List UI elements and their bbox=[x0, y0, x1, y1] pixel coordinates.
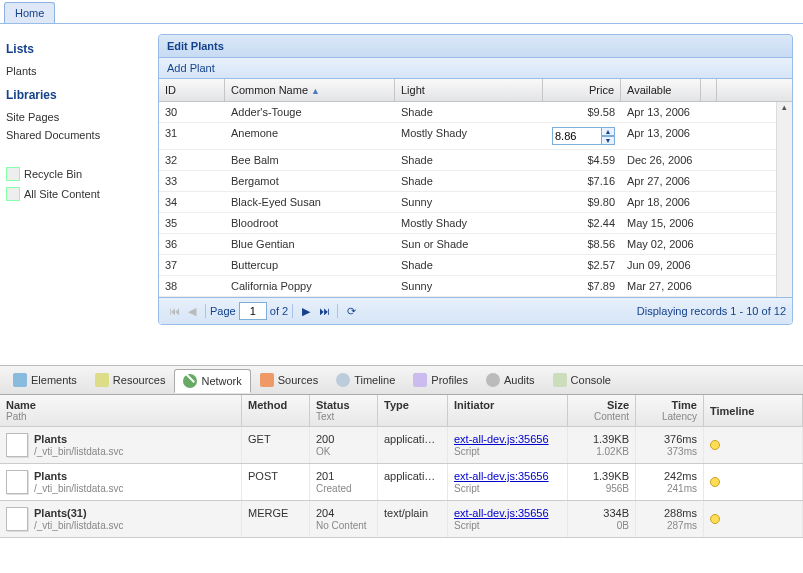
request-time: 288ms bbox=[664, 507, 697, 519]
table-row[interactable]: 38 California Poppy Sunny $7.89 Mar 27, … bbox=[159, 276, 792, 297]
sidebar-item-site-pages[interactable]: Site Pages bbox=[6, 108, 142, 126]
col-label: Status bbox=[316, 399, 350, 411]
request-status-text: Created bbox=[316, 483, 352, 494]
col-sublabel: Latency bbox=[642, 411, 697, 422]
request-name: Plants bbox=[34, 433, 67, 445]
netcol-size[interactable]: SizeContent bbox=[568, 395, 636, 426]
edit-plants-panel: Edit Plants Add Plant ID Common Name▲ Li… bbox=[158, 34, 793, 325]
scroll-up-icon[interactable]: ▴ bbox=[777, 102, 792, 118]
cell-name: Adder's-Touge bbox=[225, 102, 395, 122]
devtools-panel: Elements Resources Network Sources Timel… bbox=[0, 365, 803, 538]
cell-price: $2.57 bbox=[543, 255, 621, 275]
devtools-tab-sources[interactable]: Sources bbox=[251, 368, 327, 392]
netcol-method[interactable]: Method bbox=[242, 395, 310, 426]
column-light[interactable]: Light bbox=[395, 79, 543, 101]
request-content-size: 0B bbox=[617, 520, 629, 531]
cell-light: Mostly Shady bbox=[395, 123, 543, 149]
cell-id: 38 bbox=[159, 276, 225, 296]
request-method: POST bbox=[242, 464, 310, 500]
grid-scrollbar[interactable]: ▴ bbox=[776, 102, 792, 297]
cell-light: Mostly Shady bbox=[395, 213, 543, 233]
request-content-size: 1.02KB bbox=[596, 446, 629, 457]
request-size: 1.39KB bbox=[593, 433, 629, 445]
timeline-marker-icon bbox=[710, 440, 720, 450]
netcol-status[interactable]: StatusText bbox=[310, 395, 378, 426]
sidebar-item-shared-documents[interactable]: Shared Documents bbox=[6, 126, 142, 144]
col-label: Initiator bbox=[454, 399, 494, 411]
table-row[interactable]: 33 Bergamot Shade $7.16 Apr 27, 2006 bbox=[159, 171, 792, 192]
table-row[interactable]: 36 Blue Gentian Sun or Shade $8.56 May 0… bbox=[159, 234, 792, 255]
elements-icon bbox=[13, 373, 27, 387]
cell-available: Apr 13, 2006 bbox=[621, 123, 701, 149]
tab-label: Sources bbox=[278, 374, 318, 386]
table-row[interactable]: 31 Anemone Mostly Shady ▲ ▼ bbox=[159, 123, 792, 150]
network-row[interactable]: Plants(31)/_vti_bin/listdata.svc MERGE 2… bbox=[0, 501, 803, 538]
network-row[interactable]: Plants/_vti_bin/listdata.svc POST 201Cre… bbox=[0, 464, 803, 501]
request-initiator-type: Script bbox=[454, 483, 480, 494]
pager-page-input[interactable] bbox=[239, 302, 267, 320]
table-row[interactable]: 34 Black-Eyed Susan Sunny $9.80 Apr 18, … bbox=[159, 192, 792, 213]
cell-name: Bloodroot bbox=[225, 213, 395, 233]
devtools-tab-audits[interactable]: Audits bbox=[477, 368, 544, 392]
cell-id: 35 bbox=[159, 213, 225, 233]
request-initiator-link[interactable]: ext-all-dev.js:35656 bbox=[454, 470, 549, 482]
sidebar-item-all-site-content[interactable]: All Site Content bbox=[6, 184, 142, 204]
cell-available: Dec 26, 2006 bbox=[621, 150, 701, 170]
netcol-name[interactable]: NamePath bbox=[0, 395, 242, 426]
request-initiator-link[interactable]: ext-all-dev.js:35656 bbox=[454, 507, 549, 519]
sidebar-item-plants[interactable]: Plants bbox=[6, 62, 142, 80]
request-name: Plants(31) bbox=[34, 507, 87, 519]
netcol-time[interactable]: TimeLatency bbox=[636, 395, 704, 426]
cell-name: Buttercup bbox=[225, 255, 395, 275]
request-status-text: No Content bbox=[316, 520, 367, 531]
audits-icon bbox=[486, 373, 500, 387]
price-input[interactable] bbox=[552, 127, 602, 145]
netcol-type[interactable]: Type bbox=[378, 395, 448, 426]
sidebar-heading-lists: Lists bbox=[6, 42, 142, 56]
table-row[interactable]: 30 Adder's-Touge Shade $9.58 Apr 13, 200… bbox=[159, 102, 792, 123]
devtools-tab-timeline[interactable]: Timeline bbox=[327, 368, 404, 392]
column-id[interactable]: ID bbox=[159, 79, 225, 101]
cell-light: Shade bbox=[395, 102, 543, 122]
network-row[interactable]: Plants/_vti_bin/listdata.svc GET 200OK a… bbox=[0, 427, 803, 464]
column-available[interactable]: Available bbox=[621, 79, 701, 101]
table-row[interactable]: 32 Bee Balm Shade $4.59 Dec 26, 2006 bbox=[159, 150, 792, 171]
cell-available: Apr 18, 2006 bbox=[621, 192, 701, 212]
column-scroll-spacer bbox=[701, 79, 717, 101]
tab-home[interactable]: Home bbox=[4, 2, 55, 23]
request-method: GET bbox=[242, 427, 310, 463]
devtools-tab-resources[interactable]: Resources bbox=[86, 368, 175, 392]
pager-last-icon[interactable]: ⏭ bbox=[315, 302, 333, 320]
col-label: Timeline bbox=[710, 405, 754, 417]
sidebar: Lists Plants Libraries Site Pages Shared… bbox=[0, 24, 148, 335]
table-row[interactable]: 35 Bloodroot Mostly Shady $2.44 May 15, … bbox=[159, 213, 792, 234]
pager-prev-icon[interactable]: ◀ bbox=[183, 302, 201, 320]
col-label: Size bbox=[607, 399, 629, 411]
devtools-tab-elements[interactable]: Elements bbox=[4, 368, 86, 392]
cell-id: 30 bbox=[159, 102, 225, 122]
col-sublabel: Content bbox=[574, 411, 629, 422]
add-plant-button[interactable]: Add Plant bbox=[167, 62, 215, 74]
request-method: MERGE bbox=[242, 501, 310, 537]
refresh-icon[interactable]: ⟳ bbox=[342, 302, 360, 320]
pager-next-icon[interactable]: ▶ bbox=[297, 302, 315, 320]
table-row[interactable]: 37 Buttercup Shade $2.57 Jun 09, 2006 bbox=[159, 255, 792, 276]
column-price[interactable]: Price bbox=[543, 79, 621, 101]
devtools-tab-console[interactable]: Console bbox=[544, 368, 620, 392]
column-common-name[interactable]: Common Name▲ bbox=[225, 79, 395, 101]
tab-label: Network bbox=[201, 375, 241, 387]
sidebar-item-recycle-bin[interactable]: Recycle Bin bbox=[6, 164, 142, 184]
request-initiator-link[interactable]: ext-all-dev.js:35656 bbox=[454, 433, 549, 445]
grid-body: 30 Adder's-Touge Shade $9.58 Apr 13, 200… bbox=[159, 102, 792, 297]
network-header: NamePath Method StatusText Type Initiato… bbox=[0, 395, 803, 427]
devtools-tab-network[interactable]: Network bbox=[174, 369, 250, 393]
request-path: /_vti_bin/listdata.svc bbox=[34, 520, 124, 531]
pager-first-icon[interactable]: ⏮ bbox=[165, 302, 183, 320]
spinner-up-icon[interactable]: ▲ bbox=[601, 127, 615, 136]
netcol-timeline[interactable]: Timeline bbox=[704, 395, 803, 426]
network-table: NamePath Method StatusText Type Initiato… bbox=[0, 395, 803, 538]
devtools-tab-profiles[interactable]: Profiles bbox=[404, 368, 477, 392]
netcol-initiator[interactable]: Initiator bbox=[448, 395, 568, 426]
spinner-down-icon[interactable]: ▼ bbox=[601, 136, 615, 145]
request-type: application... bbox=[378, 427, 448, 463]
